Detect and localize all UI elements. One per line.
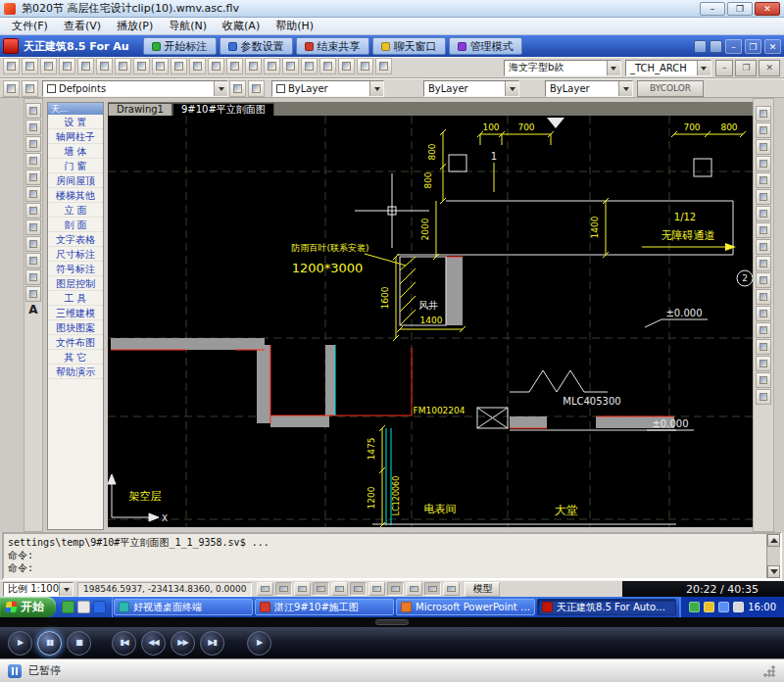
toolbar-icon[interactable] — [25, 219, 41, 235]
player-button[interactable]: ▶▶ — [171, 631, 195, 656]
toolbar-icon[interactable] — [319, 58, 336, 74]
acad-minimize-button[interactable]: – — [725, 39, 742, 54]
sidebar-item[interactable]: 剖 面 — [48, 218, 103, 232]
scale-combo[interactable]: 比例 1:100 — [3, 582, 74, 597]
menu-item[interactable]: 导航(N) — [161, 18, 215, 34]
scroll-down-icon[interactable] — [767, 565, 780, 578]
toolbar-icon[interactable] — [756, 372, 771, 388]
toolbar-icon[interactable] — [226, 58, 243, 74]
toolbar-icon[interactable] — [25, 186, 41, 202]
acad-close-button[interactable]: ✕ — [764, 39, 781, 54]
sidebar-item[interactable]: 三维建模 — [48, 306, 103, 320]
start-button[interactable]: 开始 — [0, 597, 56, 617]
toolbar-icon[interactable] — [756, 156, 771, 171]
taskbar-task-powerpoint[interactable]: Microsoft PowerPoint - [... — [396, 599, 535, 615]
player-button[interactable]: ◀◀ — [141, 631, 166, 656]
toolbar-icon[interactable] — [282, 58, 299, 74]
palette-title[interactable]: 天... — [48, 103, 103, 115]
toolbar-icon[interactable] — [189, 58, 206, 74]
status-toggle-button[interactable] — [331, 582, 348, 596]
toolbar-icon[interactable] — [756, 172, 771, 188]
quicklaunch-icon[interactable] — [77, 601, 90, 613]
tray-icon[interactable] — [704, 602, 714, 612]
scroll-up-icon[interactable] — [767, 534, 780, 547]
toolbar-icon[interactable] — [22, 58, 38, 74]
status-toggle-button[interactable] — [406, 582, 422, 596]
toolbar-icon[interactable] — [756, 339, 771, 355]
taskbar-task-cad-drawing[interactable]: 湛江9#10#施工图 — [255, 599, 394, 615]
tab-drawing1[interactable]: Drawing1 — [108, 103, 172, 116]
sidebar-item[interactable]: 楼梯其他 — [48, 188, 103, 203]
toolbar-icon[interactable] — [25, 286, 41, 302]
menu-item[interactable]: 文件(F) — [4, 18, 56, 34]
status-toggle-button[interactable] — [443, 582, 460, 596]
toolbar-icon[interactable] — [171, 58, 187, 74]
chat-window-button[interactable]: 聊天窗口 — [372, 37, 446, 55]
doc-minimize-button[interactable]: – — [715, 60, 734, 76]
toolbar-icon[interactable] — [59, 58, 75, 74]
toolbar-icon[interactable] — [756, 356, 771, 371]
sidebar-item[interactable]: 门 窗 — [48, 159, 103, 173]
tray-icon[interactable] — [689, 602, 700, 612]
command-window[interactable]: settings\temp\9#10#平立剖面图_1_1_9358.sv$ ..… — [2, 532, 782, 580]
doc-close-button[interactable]: ✕ — [759, 60, 780, 76]
toolbar-icon[interactable] — [96, 58, 113, 74]
menu-item[interactable]: 查看(V) — [56, 18, 109, 34]
toolbar-icon[interactable] — [756, 222, 771, 238]
toolbar-icon[interactable] — [3, 58, 20, 74]
layer-properties-icon[interactable] — [3, 80, 20, 97]
toolbar-icon[interactable] — [756, 139, 771, 155]
taskbar-task-tarch[interactable]: 天正建筑8.5 For AutoC... — [537, 599, 676, 615]
toolbar-icon[interactable] — [756, 206, 771, 221]
toolbar-icon[interactable] — [756, 322, 771, 338]
toolbar-icon[interactable] — [338, 58, 355, 74]
status-toggle-button[interactable] — [313, 582, 329, 596]
parameter-settings-button[interactable]: 参数设置 — [220, 37, 293, 55]
toolbar-icon[interactable] — [115, 58, 131, 74]
toolbar-icon[interactable] — [25, 170, 41, 185]
quicklaunch-icon[interactable] — [93, 601, 106, 613]
maximize-button[interactable]: ❐ — [727, 2, 753, 16]
toolbar-icon[interactable] — [25, 269, 41, 285]
quicklaunch-icon[interactable] — [62, 601, 74, 613]
toolbar-icon[interactable] — [152, 58, 169, 74]
toolbar-icon[interactable] — [40, 58, 57, 74]
toolbar-icon[interactable] — [25, 253, 41, 268]
player-button[interactable]: ▮▮ — [37, 631, 62, 656]
status-toggle-button[interactable] — [294, 582, 311, 596]
sidebar-item[interactable]: 文件布图 — [48, 335, 103, 350]
dim-style-combo[interactable]: _TCH_ARCH — [625, 60, 711, 76]
tab-section-drawing[interactable]: 9#10#平立剖面图 — [172, 103, 274, 116]
menu-item[interactable]: 收藏(A) — [215, 18, 268, 34]
sidebar-item[interactable]: 图层控制 — [48, 276, 103, 291]
toolbar-icon[interactable] — [25, 136, 41, 152]
toolbar-icon[interactable] — [756, 389, 771, 405]
text-style-combo[interactable]: 海文字型b款 — [504, 60, 621, 76]
command-scrollbar[interactable] — [766, 534, 780, 578]
minimize-button[interactable]: – — [700, 2, 725, 16]
doc-maximize-button[interactable]: ❐ — [735, 60, 757, 76]
cad-canvas[interactable]: 100 700 700 800 800 800 2000 1400 1600 1… — [108, 116, 753, 527]
tray-icon[interactable] — [718, 602, 729, 612]
tray-icon[interactable] — [733, 602, 744, 612]
resize-grip[interactable] — [762, 664, 776, 678]
status-toggle-button[interactable] — [387, 582, 404, 596]
text-style-tool-icon[interactable]: A — [25, 303, 41, 317]
toolbar-icon[interactable] — [756, 256, 771, 271]
close-button[interactable]: ✕ — [755, 2, 780, 16]
player-button[interactable]: ▮◀ — [112, 631, 136, 656]
status-toggle-button[interactable] — [350, 582, 367, 596]
toolbar-icon[interactable] — [25, 103, 41, 119]
toolbar-icon[interactable] — [77, 58, 94, 74]
toolbar-icon[interactable] — [25, 236, 41, 252]
status-toggle-button[interactable] — [275, 582, 292, 596]
toolbar-icon[interactable] — [756, 106, 771, 122]
player-button[interactable]: ▶▮ — [200, 631, 224, 656]
plot-style-button[interactable]: BYCOLOR — [637, 80, 704, 97]
sidebar-item[interactable]: 工 具 — [48, 291, 103, 306]
start-annotate-button[interactable]: 开始标注 — [143, 37, 217, 55]
toolbar-icon[interactable] — [756, 239, 771, 255]
color-combo[interactable]: ByLayer — [271, 80, 384, 97]
player-button[interactable]: ■ — [67, 631, 91, 656]
toolbar-icon[interactable] — [264, 58, 280, 74]
